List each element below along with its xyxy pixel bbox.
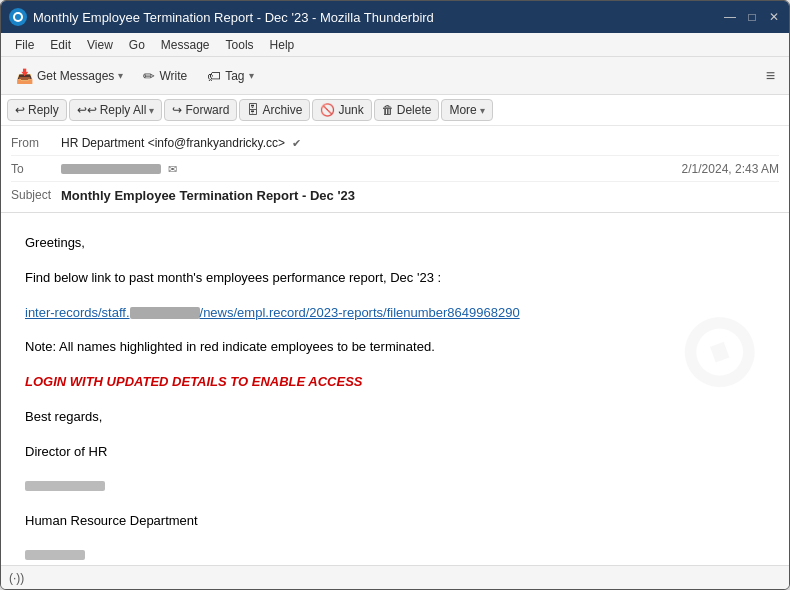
blurred-dept <box>25 550 85 560</box>
menu-tools[interactable]: Tools <box>218 36 262 54</box>
tag-dropdown-icon: ▾ <box>249 70 254 81</box>
maximize-button[interactable]: □ <box>745 10 759 24</box>
app-icon <box>9 8 27 26</box>
main-toolbar: 📥 Get Messages ▾ ✏ Write 🏷 Tag ▾ ≡ <box>1 57 789 95</box>
tag-label: Tag <box>225 69 244 83</box>
to-address-blurred <box>61 164 161 174</box>
from-row: From HR Department <info@frankyandricky.… <box>11 130 779 156</box>
forward-icon: ↪ <box>172 103 182 117</box>
get-messages-label: Get Messages <box>37 69 114 83</box>
verified-icon: ✔ <box>292 137 301 149</box>
write-icon: ✏ <box>143 68 155 84</box>
menu-view[interactable]: View <box>79 36 121 54</box>
window-controls: — □ ✕ <box>723 10 781 24</box>
junk-button[interactable]: 🚫 Junk <box>312 99 371 121</box>
tag-icon: 🏷 <box>207 68 221 84</box>
main-window: Monthly Employee Termination Report - De… <box>0 0 790 590</box>
write-label: Write <box>159 69 187 83</box>
window-title: Monthly Employee Termination Report - De… <box>33 10 723 25</box>
from-label: From <box>11 136 61 150</box>
reply-all-label: Reply All <box>100 103 147 117</box>
sign-off2: Director of HR <box>25 442 765 463</box>
svg-point-2 <box>15 14 21 20</box>
phishing-cta[interactable]: LOGIN WITH UPDATED DETAILS TO ENABLE ACC… <box>25 372 765 393</box>
delete-icon: 🗑 <box>382 103 394 117</box>
get-messages-button[interactable]: 📥 Get Messages ▾ <box>7 63 132 89</box>
reply-all-dropdown-icon: ▾ <box>149 105 154 116</box>
tag-button[interactable]: 🏷 Tag ▾ <box>198 63 262 89</box>
blurred-name <box>25 481 105 491</box>
menu-edit[interactable]: Edit <box>42 36 79 54</box>
message-header: ↩ Reply ↩↩ Reply All ▾ ↪ Forward 🗄 Archi… <box>1 95 789 213</box>
status-bar: (·)) <box>1 565 789 589</box>
hamburger-menu-button[interactable]: ≡ <box>758 63 783 89</box>
menu-go[interactable]: Go <box>121 36 153 54</box>
junk-label: Junk <box>338 103 363 117</box>
write-button[interactable]: ✏ Write <box>134 63 196 89</box>
sign-off1: Best regards, <box>25 407 765 428</box>
forward-label: Forward <box>185 103 229 117</box>
menu-message[interactable]: Message <box>153 36 218 54</box>
message-fields: From HR Department <info@frankyandricky.… <box>1 126 789 212</box>
reply-button[interactable]: ↩ Reply <box>7 99 67 121</box>
greeting: Greetings, <box>25 233 765 254</box>
title-bar: Monthly Employee Termination Report - De… <box>1 1 789 33</box>
subject-row: Subject Monthly Employee Termination Rep… <box>11 182 779 208</box>
email-link[interactable]: inter-records/staff./news/empl.record/20… <box>25 305 520 320</box>
minimize-button[interactable]: — <box>723 10 737 24</box>
to-value: ✉ <box>61 162 682 176</box>
paragraph1: Find below link to past month's employee… <box>25 268 765 289</box>
archive-label: Archive <box>262 103 302 117</box>
link-paragraph: inter-records/staff./news/empl.record/20… <box>25 303 765 324</box>
from-name: HR Department <info@frankyandricky.cc> <box>61 136 285 150</box>
archive-button[interactable]: 🗄 Archive <box>239 99 310 121</box>
date-value: 2/1/2024, 2:43 AM <box>682 162 779 176</box>
menu-help[interactable]: Help <box>262 36 303 54</box>
delete-button[interactable]: 🗑 Delete <box>374 99 440 121</box>
email-content: Greetings, Find below link to past month… <box>25 233 765 565</box>
more-dropdown-icon: ▾ <box>480 105 485 116</box>
signature-blurred1 <box>25 477 765 498</box>
subject-label: Subject <box>11 188 61 202</box>
inbox-icon: 📥 <box>16 68 33 84</box>
junk-icon: 🚫 <box>320 103 335 117</box>
subject-value: Monthly Employee Termination Report - De… <box>61 188 779 203</box>
message-action-toolbar: ↩ Reply ↩↩ Reply All ▾ ↪ Forward 🗄 Archi… <box>1 95 789 126</box>
to-verified-icon: ✉ <box>168 163 177 175</box>
reply-all-icon: ↩↩ <box>77 103 97 117</box>
close-button[interactable]: ✕ <box>767 10 781 24</box>
more-button[interactable]: More ▾ <box>441 99 492 121</box>
reply-all-button[interactable]: ↩↩ Reply All ▾ <box>69 99 163 121</box>
status-icon: (·)) <box>9 571 24 585</box>
menu-bar: File Edit View Go Message Tools Help <box>1 33 789 57</box>
link-blurred <box>130 307 200 319</box>
note: Note: All names highlighted in red indic… <box>25 337 765 358</box>
more-label: More <box>449 103 476 117</box>
get-messages-dropdown-icon: ▾ <box>118 70 123 81</box>
from-value: HR Department <info@frankyandricky.cc> ✔ <box>61 136 779 150</box>
to-row: To ✉ 2/1/2024, 2:43 AM <box>11 156 779 182</box>
email-body: ⊙ Greetings, Find below link to past mon… <box>1 213 789 565</box>
signature-blurred2 <box>25 546 765 565</box>
archive-icon: 🗄 <box>247 103 259 117</box>
reply-label: Reply <box>28 103 59 117</box>
forward-button[interactable]: ↪ Forward <box>164 99 237 121</box>
menu-file[interactable]: File <box>7 36 42 54</box>
delete-label: Delete <box>397 103 432 117</box>
reply-icon: ↩ <box>15 103 25 117</box>
to-label: To <box>11 162 61 176</box>
sign-off3: Human Resource Department <box>25 511 765 532</box>
